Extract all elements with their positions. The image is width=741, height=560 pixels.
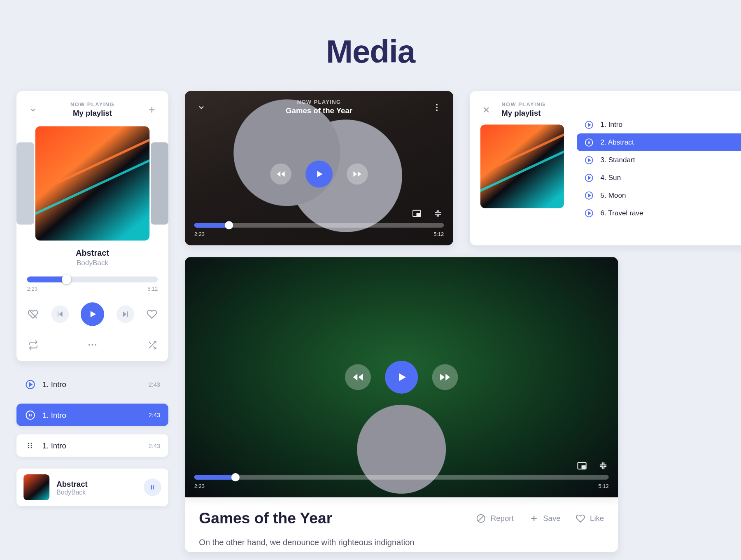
svg-point-20 bbox=[31, 443, 32, 444]
svg-marker-53 bbox=[588, 159, 590, 161]
close-button[interactable] bbox=[480, 104, 492, 116]
svg-rect-4 bbox=[57, 311, 58, 317]
svg-marker-64 bbox=[440, 374, 445, 381]
play-icon bbox=[25, 379, 35, 390]
svg-marker-62 bbox=[399, 373, 406, 381]
video-player-large: 2:23 5:12 bbox=[185, 257, 618, 497]
svg-marker-3 bbox=[59, 311, 62, 317]
fullscreen-exit-button[interactable] bbox=[432, 208, 444, 219]
track-label: 1. Intro bbox=[42, 380, 66, 388]
next-track-button[interactable] bbox=[116, 306, 134, 323]
elapsed-time: 2:23 bbox=[27, 286, 37, 292]
track-item[interactable]: 1. Intro 2:43 bbox=[16, 373, 168, 395]
svg-marker-60 bbox=[353, 374, 358, 381]
playlist-title: My playlist bbox=[501, 109, 545, 117]
play-icon bbox=[584, 208, 594, 218]
svg-point-9 bbox=[91, 344, 93, 345]
svg-point-10 bbox=[95, 344, 96, 345]
playlist-row[interactable]: 6. Travel rave2:43 bbox=[577, 204, 741, 222]
track-duration: 2:43 bbox=[149, 442, 160, 449]
cover-carousel[interactable] bbox=[27, 126, 158, 241]
playlist-row[interactable]: 4. Sun2:43 bbox=[577, 169, 741, 187]
track-label: 1. Intro bbox=[601, 121, 622, 129]
collapse-button[interactable] bbox=[196, 101, 207, 113]
svg-rect-66 bbox=[582, 465, 585, 468]
elapsed-time: 2:23 bbox=[194, 483, 205, 489]
collapse-button[interactable] bbox=[27, 104, 39, 116]
svg-marker-15 bbox=[29, 383, 32, 386]
like-button[interactable] bbox=[146, 308, 158, 320]
playlist-row[interactable]: 1. Intro2:43 bbox=[577, 116, 741, 133]
artist-bar[interactable]: Abstract BodyBack bbox=[16, 469, 168, 506]
svg-marker-32 bbox=[317, 171, 322, 177]
article-card: Games of the Year Report Save Like bbox=[185, 496, 618, 552]
play-button[interactable] bbox=[305, 161, 333, 188]
playlist-title: My playlist bbox=[39, 109, 146, 117]
svg-point-19 bbox=[28, 443, 29, 444]
forward-button[interactable] bbox=[347, 163, 368, 184]
like-button[interactable]: Like bbox=[576, 513, 604, 523]
video-progress[interactable] bbox=[194, 223, 444, 227]
pause-icon bbox=[25, 410, 35, 420]
svg-line-13 bbox=[149, 341, 151, 343]
rewind-button[interactable] bbox=[270, 163, 291, 184]
shuffle-button[interactable] bbox=[146, 339, 158, 351]
report-button[interactable]: Report bbox=[477, 513, 514, 523]
save-button[interactable]: Save bbox=[529, 513, 561, 523]
drag-handle-icon[interactable] bbox=[25, 440, 35, 451]
dislike-button[interactable] bbox=[27, 308, 39, 320]
video-title: Games of the Year bbox=[207, 106, 431, 115]
svg-marker-34 bbox=[353, 171, 357, 177]
play-button[interactable] bbox=[385, 361, 418, 394]
play-button[interactable] bbox=[81, 302, 104, 326]
track-duration: 2:43 bbox=[149, 412, 160, 418]
video-progress[interactable] bbox=[194, 475, 609, 479]
track-label: 2. Abstract bbox=[601, 138, 634, 146]
playlist-row[interactable]: 3. Standart2:43 bbox=[577, 151, 741, 169]
rewind-button[interactable] bbox=[345, 364, 371, 390]
playlist-row[interactable]: 5. Moon2:43 bbox=[577, 187, 741, 204]
track-title: Abstract bbox=[27, 248, 158, 258]
pip-button[interactable] bbox=[411, 208, 423, 219]
repeat-button[interactable] bbox=[27, 339, 39, 351]
svg-point-23 bbox=[28, 447, 29, 448]
svg-point-29 bbox=[436, 109, 438, 111]
svg-marker-5 bbox=[91, 311, 96, 317]
save-label: Save bbox=[543, 514, 560, 523]
svg-point-22 bbox=[31, 445, 32, 446]
svg-marker-6 bbox=[123, 311, 126, 317]
prev-track-button[interactable] bbox=[51, 306, 69, 323]
add-button[interactable] bbox=[146, 104, 158, 116]
now-playing-label: NOW PLAYING bbox=[501, 102, 545, 107]
pause-button[interactable] bbox=[144, 478, 161, 496]
video-player-small: NOW PLAYING Games of the Year bbox=[185, 91, 453, 245]
elapsed-time: 2:23 bbox=[194, 231, 205, 237]
svg-point-28 bbox=[436, 106, 438, 108]
prev-cover-peek bbox=[16, 142, 34, 224]
play-icon bbox=[584, 173, 594, 182]
total-time: 5:12 bbox=[433, 231, 444, 237]
forward-button[interactable] bbox=[432, 364, 458, 390]
pip-button[interactable] bbox=[576, 460, 588, 471]
svg-marker-33 bbox=[358, 171, 361, 177]
mini-player-card: NOW PLAYING My playlist Abstract BodyBac… bbox=[16, 91, 168, 361]
track-item-drag[interactable]: 1. Intro 2:43 bbox=[16, 434, 168, 457]
fullscreen-exit-button[interactable] bbox=[597, 460, 609, 471]
track-label: 1. Intro bbox=[42, 441, 66, 450]
play-icon bbox=[584, 191, 594, 200]
like-label: Like bbox=[590, 514, 604, 523]
track-item-active[interactable]: 1. Intro 2:43 bbox=[16, 404, 168, 426]
svg-point-16 bbox=[26, 411, 34, 419]
pause-icon bbox=[584, 138, 594, 147]
svg-marker-55 bbox=[588, 176, 590, 179]
playlist-cover bbox=[480, 125, 564, 208]
more-button[interactable] bbox=[86, 339, 98, 351]
playlist-row[interactable]: 2. Abstract5:12 bbox=[577, 133, 741, 151]
svg-point-49 bbox=[585, 138, 592, 146]
svg-rect-36 bbox=[417, 213, 420, 216]
more-button[interactable] bbox=[431, 101, 443, 113]
now-playing-label: NOW PLAYING bbox=[207, 99, 431, 105]
bar-artist: BodyBack bbox=[56, 488, 144, 495]
progress-bar[interactable] bbox=[27, 276, 158, 282]
track-duration: 2:43 bbox=[149, 381, 160, 387]
